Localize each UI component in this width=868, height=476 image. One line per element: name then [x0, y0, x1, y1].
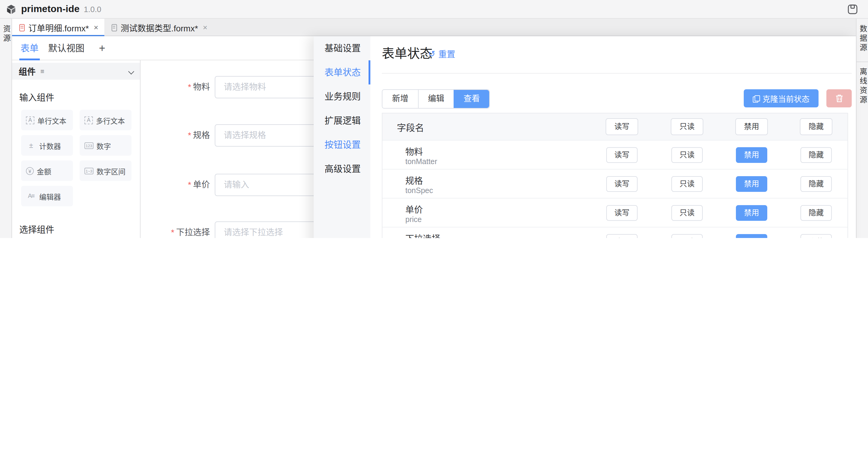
add-view-button[interactable]: + — [99, 36, 105, 59]
field-code: tonSpec — [405, 186, 433, 195]
state-button[interactable]: 隐藏 — [801, 176, 832, 192]
file-icon — [112, 24, 117, 31]
state-button[interactable]: 读写 — [606, 176, 638, 192]
placeholder-text: 请选择物料 — [224, 82, 266, 92]
ide-window: primeton-ide 1.0.0 资源 数据源 离线资源 订单明细.form… — [0, 0, 868, 238]
state-button[interactable]: 只读 — [671, 234, 703, 238]
section-title-select: 选择组件 — [19, 222, 140, 235]
set-all-state-button[interactable]: 隐藏 — [800, 118, 832, 135]
settings-menu-item[interactable]: 表单状态 — [314, 60, 370, 85]
view-tab-bar: 表单 默认视图 + — [12, 36, 314, 60]
number-range-icon: 1~3 — [85, 168, 93, 174]
tab-order-detail-formx[interactable]: 订单明细.formx* × — [12, 19, 104, 36]
rail-resources-label: 资源 — [0, 25, 12, 43]
component-panel-title: 组件 — [19, 65, 36, 77]
settings-menu-item[interactable]: 扩展逻辑 — [314, 109, 370, 133]
file-tab-bar: 订单明细.formx* × 测试数据类型.formx* × — [12, 19, 856, 36]
close-icon[interactable]: × — [203, 23, 208, 32]
placeholder-text: 请选择下拉选择 — [224, 228, 283, 237]
required-asterisk: * — [171, 228, 174, 237]
section-title-input: 输入组件 — [19, 90, 140, 103]
component-panel-header[interactable]: 组件 ≡ — [12, 63, 140, 80]
state-button[interactable]: 隐藏 — [801, 205, 832, 221]
field-state-row: 规格tonSpec读写只读禁用隐藏 — [382, 169, 847, 198]
state-button[interactable]: 禁用 — [736, 147, 767, 163]
field-label: 下拉选择 — [405, 232, 440, 238]
component-item-counter[interactable]: ±计数器 — [21, 135, 73, 156]
state-button[interactable]: 只读 — [671, 147, 703, 163]
field-state-table: 字段名 读写只读禁用隐藏 物料tonMatter读写只读禁用隐藏规格tonSpe… — [382, 113, 848, 238]
rail-datasource-tab[interactable]: 数据源 — [857, 25, 868, 53]
table-body: 物料tonMatter读写只读禁用隐藏规格tonSpec读写只读禁用隐藏单价pr… — [382, 140, 847, 238]
file-icon — [19, 24, 25, 31]
settings-menu-item[interactable]: 基础设置 — [314, 36, 370, 60]
delete-state-button[interactable] — [826, 89, 852, 108]
settings-drawer: 基础设置表单状态业务规则扩展逻辑按钮设置高级设置 表单状态 ↺ 重置 新增编辑查… — [314, 36, 856, 238]
rail-offline-resources-tab[interactable]: 离线资源 — [857, 61, 868, 105]
clone-current-state-button[interactable]: 克隆当前状态 — [744, 89, 818, 108]
state-button[interactable]: 禁用 — [736, 176, 767, 192]
close-icon[interactable]: × — [94, 23, 98, 32]
panel-title: 表单状态 — [382, 43, 433, 62]
component-item-multi-text[interactable]: A多行文本 — [80, 110, 131, 130]
state-button[interactable]: 读写 — [606, 234, 638, 238]
divider — [382, 73, 852, 73]
component-item-currency[interactable]: ¥金额 — [21, 160, 73, 181]
tab-default-view[interactable]: 默认视图 — [47, 36, 86, 60]
app-version: 1.0.0 — [84, 4, 101, 13]
input-components-grid: A单行文本A多行文本±计数器123数字¥金额1~3数字区间A≡编辑器 — [12, 103, 140, 211]
state-button[interactable]: 禁用 — [736, 205, 767, 221]
table-header-row: 字段名 读写只读禁用隐藏 — [382, 113, 847, 140]
field-label: 单价 — [405, 203, 423, 215]
counter-icon: ± — [26, 142, 36, 149]
required-asterisk: * — [188, 82, 191, 92]
required-asterisk: * — [188, 130, 191, 140]
set-all-state-button[interactable]: 禁用 — [735, 118, 768, 135]
settings-menu: 基础设置表单状态业务规则扩展逻辑按钮设置高级设置 — [314, 36, 370, 238]
component-item-editor[interactable]: A≡编辑器 — [21, 186, 73, 206]
number-icon: 123 — [85, 142, 93, 149]
app-logo-icon — [6, 4, 16, 14]
currency-icon: ¥ — [26, 167, 34, 175]
set-all-state-button[interactable]: 只读 — [671, 118, 703, 135]
top-bar: primeton-ide 1.0.0 — [0, 0, 868, 19]
settings-menu-item[interactable]: 高级设置 — [314, 157, 370, 181]
mode-button[interactable]: 查看 — [454, 90, 489, 108]
field-state-row: 单价price读写只读禁用隐藏 — [382, 198, 847, 227]
state-button[interactable]: 只读 — [671, 205, 703, 221]
editor-icon: A≡ — [26, 192, 36, 200]
list-icon: ≡ — [40, 67, 44, 75]
reset-button[interactable]: ↺ 重置 — [428, 48, 455, 60]
component-item-number[interactable]: 123数字 — [80, 135, 131, 156]
state-button[interactable]: 隐藏 — [801, 147, 832, 163]
state-button[interactable]: 读写 — [606, 205, 638, 221]
column-header-field-name: 字段名 — [397, 121, 424, 133]
state-button[interactable]: 隐藏 — [801, 234, 832, 238]
reset-icon: ↺ — [428, 49, 435, 59]
copy-icon — [753, 95, 759, 102]
tab-form[interactable]: 表单 — [19, 36, 40, 60]
single-text-icon: A — [26, 116, 34, 124]
chevron-down-icon[interactable] — [128, 68, 134, 74]
field-label: 物料 — [405, 145, 423, 157]
right-rail: 数据源 离线资源 — [856, 19, 868, 238]
component-item-single-text[interactable]: A单行文本 — [21, 110, 73, 130]
placeholder-text: 请输入 — [224, 180, 249, 189]
state-button[interactable]: 读写 — [606, 147, 638, 163]
component-item-number-range[interactable]: 1~3数字区间 — [80, 160, 131, 181]
component-panel: 组件 ≡ 输入组件 A单行文本A多行文本±计数器123数字¥金额1~3数字区间A… — [12, 60, 141, 238]
settings-menu-item[interactable]: 业务规则 — [314, 85, 370, 109]
sidebar-rail-resources[interactable]: 资源 — [0, 19, 12, 238]
tab-test-datatype-formx[interactable]: 测试数据类型.formx* × — [104, 19, 214, 36]
state-button[interactable]: 只读 — [671, 176, 703, 192]
settings-menu-item[interactable]: 按钮设置 — [314, 133, 370, 157]
save-icon[interactable] — [847, 4, 858, 14]
mode-button[interactable]: 新增 — [382, 90, 418, 108]
mode-button[interactable]: 编辑 — [418, 90, 454, 108]
set-all-state-button[interactable]: 读写 — [606, 118, 638, 135]
field-label: 规格 — [405, 174, 423, 186]
field-state-row: 下拉选择field_68342895读写只读禁用隐藏 — [382, 227, 847, 238]
field-state-row: 物料tonMatter读写只读禁用隐藏 — [382, 140, 847, 169]
state-button[interactable]: 禁用 — [736, 234, 767, 238]
field-code: tonMatter — [405, 157, 437, 166]
